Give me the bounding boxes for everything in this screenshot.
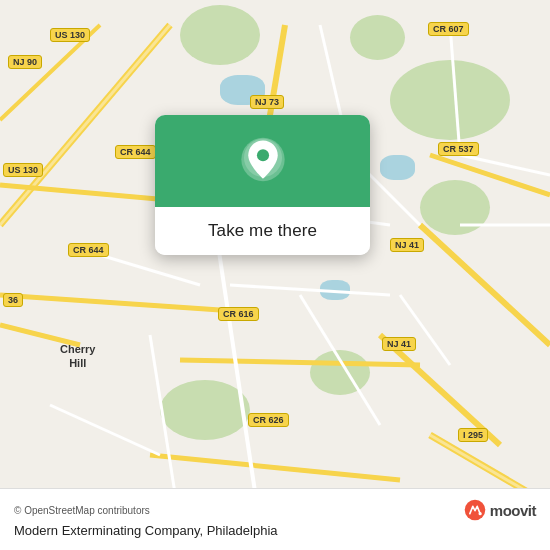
osm-attribution: © OpenStreetMap contributors xyxy=(14,505,150,516)
moovit-icon xyxy=(464,499,486,521)
svg-line-11 xyxy=(150,455,400,480)
road-label-cr616: CR 616 xyxy=(218,307,259,321)
road-label-cr607: CR 607 xyxy=(428,22,469,36)
svg-line-24 xyxy=(400,295,450,365)
svg-line-23 xyxy=(300,295,380,425)
road-label-us130-top: US 130 xyxy=(50,28,90,42)
svg-line-8 xyxy=(420,225,550,345)
svg-line-21 xyxy=(50,405,160,455)
road-label-nj90: NJ 90 xyxy=(8,55,42,69)
city-label-cherry-hill: CherryHill xyxy=(60,342,95,371)
svg-line-19 xyxy=(100,255,200,285)
svg-line-26 xyxy=(450,25,460,155)
road-label-r36: 36 xyxy=(3,293,23,307)
moovit-logo: moovit xyxy=(464,499,536,521)
svg-line-5 xyxy=(0,295,220,310)
moovit-text: moovit xyxy=(490,502,536,519)
svg-line-22 xyxy=(230,285,390,295)
svg-line-10 xyxy=(180,360,420,365)
info-bar: © OpenStreetMap contributors moovit Mode… xyxy=(0,488,550,550)
road-label-nj41-top: NJ 41 xyxy=(390,238,424,252)
road-label-cr644-top: CR 644 xyxy=(115,145,156,159)
road-label-cr644-mid: CR 644 xyxy=(68,243,109,257)
road-label-nj41-bot: NJ 41 xyxy=(382,337,416,351)
map-container: US 130 NJ 90 US 130 CR 644 NJ 73 CR 607 … xyxy=(0,0,550,550)
map-pin-icon xyxy=(237,137,289,189)
road-label-nj73: NJ 73 xyxy=(250,95,284,109)
road-label-cr626: CR 626 xyxy=(248,413,289,427)
road-label-us130-left: US 130 xyxy=(3,163,43,177)
road-label-i295-top: I 295 xyxy=(458,428,488,442)
popup-tail xyxy=(253,254,273,255)
roads-svg xyxy=(0,0,550,550)
svg-point-30 xyxy=(256,149,268,161)
svg-point-32 xyxy=(478,512,481,515)
take-me-there-button[interactable]: Take me there xyxy=(155,207,370,255)
location-label: Modern Exterminating Company, Philadelph… xyxy=(14,523,536,538)
road-label-cr537: CR 537 xyxy=(438,142,479,156)
popup-header xyxy=(155,115,370,207)
popup-card: Take me there xyxy=(155,115,370,255)
